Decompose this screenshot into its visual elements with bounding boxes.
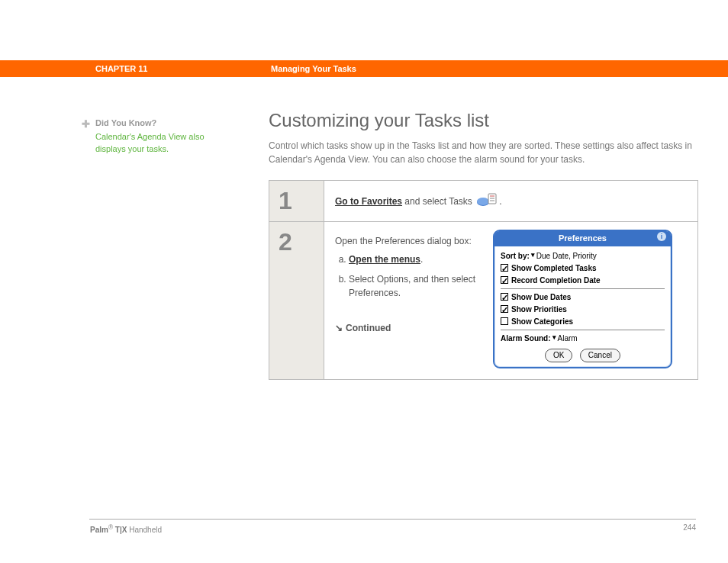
step-row: 1 Go to Favorites and select Tasks . [269,181,697,221]
preferences-dialog: Preferences i Sort by: ▾ Due Date, Prior… [493,230,672,368]
tasks-icon [476,193,498,211]
sort-by-row[interactable]: Sort by: ▾ Due Date, Priority [501,250,665,262]
step2-lead: Open the Preferences dialog box: [335,234,484,248]
step-content: Open the Preferences dialog box: Open th… [324,221,697,379]
checkbox-icon [501,305,508,313]
page-title: Customizing your Tasks list [269,110,698,131]
intro-text: Control which tasks show up in the Tasks… [269,139,698,166]
ok-button[interactable]: OK [545,349,572,362]
dyk-body: Calendar's Agenda View also displays you… [95,131,217,155]
record-completion-row[interactable]: Record Completion Date [501,275,665,286]
checkbox-icon [501,276,508,284]
prefs-divider [501,288,665,289]
plus-icon: ✚ [82,117,90,131]
prefs-divider [501,330,665,330]
continued-arrow-icon: ↘ [335,323,343,333]
sort-by-label: Sort by: [501,250,530,262]
checkbox-icon [501,293,508,301]
dropdown-icon: ▾ [531,250,535,261]
steps-table: 1 Go to Favorites and select Tasks . 2 O… [269,180,698,380]
checkbox-icon [501,317,508,325]
go-to-favorites-link[interactable]: Go to Favorites [335,196,402,207]
step2-text: Open the Preferences dialog box: Open th… [335,234,484,368]
step-row: 2 Open the Preferences dialog box: Open … [269,221,697,379]
dyk-label: Did You Know? [95,117,156,129]
sort-by-value: Due Date, Priority [536,250,597,262]
show-priorities-row[interactable]: Show Priorities [501,304,665,315]
sidebar-tip: ✚ Did You Know? Calendar's Agenda View a… [82,117,217,155]
show-due-dates-row[interactable]: Show Due Dates [501,291,665,303]
alarm-label: Alarm Sound: [501,333,551,344]
continued-label: ↘Continued [335,321,484,335]
info-icon[interactable]: i [657,232,666,241]
page-number: 244 [683,523,696,532]
main-content: Customizing your Tasks list Control whic… [269,110,698,380]
step-number: 2 [269,221,324,379]
open-menus-link[interactable]: Open the menus [349,254,420,265]
chapter-title: Managing Your Tasks [271,64,356,73]
prefs-title-text: Preferences [559,233,607,243]
prefs-titlebar: Preferences i [494,231,671,246]
step2-b: Select Options, and then select Preferen… [349,272,484,300]
footer-rule [89,519,696,520]
alarm-value: Alarm [558,333,578,344]
chapter-label: CHAPTER 11 [95,64,147,73]
prefs-buttons: OK Cancel [494,346,671,362]
step-number: 1 [269,181,324,221]
step1-text: and select Tasks [402,196,475,207]
step1-period: . [499,196,501,207]
step-content: Go to Favorites and select Tasks . [324,181,697,221]
show-completed-row[interactable]: Show Completed Tasks [501,262,665,274]
chapter-header: CHAPTER 11 Managing Your Tasks [0,60,728,77]
checkbox-icon [501,264,508,272]
cancel-button[interactable]: Cancel [580,349,620,362]
step2-a: Open the menus. [349,253,484,266]
dropdown-icon: ▾ [552,333,556,343]
show-categories-row[interactable]: Show Categories [501,316,665,327]
svg-point-1 [477,198,489,205]
footer-brand: Palm® T|X Handheld [90,523,162,534]
alarm-sound-row[interactable]: Alarm Sound: ▾ Alarm [501,333,665,344]
